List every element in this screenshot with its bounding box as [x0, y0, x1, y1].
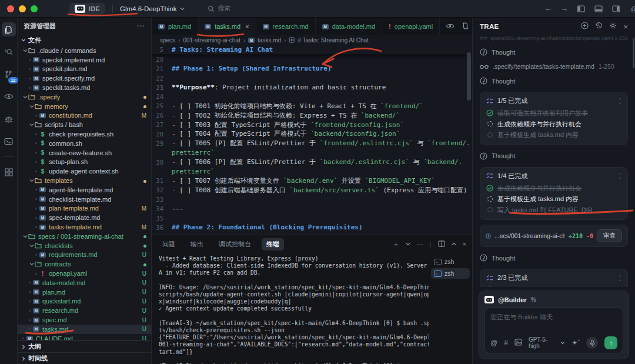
- close-trae-panel-button[interactable]: ×: [623, 22, 628, 31]
- thought-row[interactable]: Thought: [480, 152, 628, 160]
- tree-file-constitution.md[interactable]: Mconstitution.mdM: [18, 111, 151, 121]
- maximize-panel-chevron[interactable]: [452, 241, 456, 248]
- explorer-icon[interactable]: [2, 22, 16, 36]
- collapse-card-icon[interactable]: ⌃⌄: [618, 98, 621, 104]
- editor-scrollbar[interactable]: [467, 52, 471, 101]
- model-selector[interactable]: GPT-5-high: [529, 336, 565, 349]
- tree-file-check-prerequisites.sh[interactable]: $check-prerequisites.sh: [18, 129, 151, 139]
- zoom-window-button[interactable]: [31, 5, 38, 12]
- terminal-session-2[interactable]: >_zsh: [431, 268, 470, 279]
- tree-file-checklist-template.md[interactable]: Mchecklist-template.md: [18, 195, 151, 204]
- trae-scrollbar[interactable]: [633, 38, 634, 68]
- tree-file-common.sh[interactable]: $common.sh: [18, 139, 151, 148]
- tree-file-speckit.specify.md[interactable]: Mspeckit.specify.md: [18, 74, 151, 83]
- explorer-more-actions[interactable]: ···: [137, 22, 145, 29]
- new-terminal-button[interactable]: ＋: [393, 240, 399, 249]
- source-control-icon[interactable]: 12: [2, 67, 16, 81]
- close-window-button[interactable]: [7, 5, 14, 12]
- files-section-header[interactable]: 文件: [18, 34, 151, 46]
- panel-tab-输出[interactable]: 输出: [186, 238, 208, 251]
- panel-tab-调试控制台[interactable]: 调试控制台: [214, 238, 256, 251]
- tree-file-update-agent-context.sh[interactable]: $update-agent-context.sh: [18, 166, 151, 176]
- thought-row[interactable]: Thought: [480, 77, 628, 85]
- tree-folder-.specify[interactable]: .specify: [18, 92, 151, 102]
- review-button[interactable]: 审查: [597, 229, 622, 242]
- tree-file-speckit.tasks.md[interactable]: Mspeckit.tasks.md: [18, 83, 151, 92]
- tree-file-spec.md[interactable]: Mspec.mdU: [18, 315, 151, 325]
- voice-input-icon[interactable]: [586, 337, 598, 349]
- terminal-output[interactable]: Vitest + React Testing Library, Express …: [152, 253, 429, 364]
- breadcrumb-item[interactable]: # Tasks: Streaming AI Chat: [298, 37, 368, 44]
- tree-folder-checklists[interactable]: checklists: [18, 241, 151, 251]
- tree-file-agent-file-template.md[interactable]: Magent-file-template.md: [18, 185, 151, 195]
- close-panel-button[interactable]: ×: [463, 241, 466, 248]
- history-icon[interactable]: [595, 22, 603, 31]
- toggle-bottom-panel-button[interactable]: [594, 4, 603, 14]
- new-chat-icon[interactable]: [581, 22, 589, 31]
- tree-file-setup-plan.sh[interactable]: $setup-plan.sh: [18, 158, 151, 167]
- tree-file-plan-template.md[interactable]: Mplan-template.mdM: [18, 204, 151, 213]
- todo-card-header[interactable]: 1/5 已完成⌃⌄: [486, 96, 621, 105]
- file-change-row[interactable]: ...ecs/001-streaming-ai-chat/tasks.md+21…: [480, 225, 628, 247]
- global-search[interactable]: 搜索: [208, 4, 231, 13]
- thought-row[interactable]: Thought: [480, 254, 628, 262]
- terminal-session-1[interactable]: >_zsh: [431, 256, 470, 267]
- tree-file-CLAUDE.md[interactable]: MCLAUDE.mdU: [18, 334, 151, 340]
- console-panel-icon[interactable]: [2, 134, 16, 148]
- tree-file-plan.md[interactable]: Mplan.mdU: [18, 288, 151, 297]
- tab-plan.md[interactable]: Mplan.md: [152, 18, 198, 35]
- tree-file-speckit.plan.md[interactable]: Mspeckit.plan.md: [18, 65, 151, 74]
- send-message-button[interactable]: ↑: [604, 336, 617, 349]
- tree-file-create-new-feature.sh[interactable]: $create-new-feature.sh: [18, 148, 151, 158]
- code-editor[interactable]: 5# Tasks: Streaming AI Chat 2021## Phase…: [152, 45, 472, 235]
- tree-folder-templates[interactable]: templates: [18, 176, 151, 185]
- toggle-right-panel-button[interactable]: [611, 4, 621, 14]
- close-tab-icon[interactable]: ×: [245, 23, 249, 30]
- tree-file-openapi.yaml[interactable]: !openapi.yamlU: [18, 269, 151, 278]
- context-hash-icon[interactable]: #: [504, 339, 508, 347]
- tree-file-research.md[interactable]: Mresearch.mdU: [18, 306, 151, 315]
- collapse-card-icon[interactable]: ⌃⌄: [618, 173, 621, 179]
- tree-folder-scripts / bash[interactable]: scripts / bash: [18, 120, 151, 129]
- tree-folder-contracts[interactable]: contracts: [18, 259, 151, 269]
- breadcrumb[interactable]: specs›001-streaming-ai-chat›Mtasks.md›# …: [152, 35, 472, 45]
- attach-image-icon[interactable]: [514, 339, 522, 348]
- toggle-left-panel-button[interactable]: [576, 4, 586, 14]
- tree-file-requirements.md[interactable]: Mrequirements.mdU: [18, 251, 151, 260]
- mention-icon[interactable]: @: [490, 339, 497, 347]
- panel-more-actions[interactable]: ···: [417, 241, 423, 248]
- preview-markdown-icon[interactable]: [446, 23, 454, 31]
- debug-bug-icon[interactable]: [2, 112, 16, 126]
- account-icon[interactable]: @: [629, 4, 635, 14]
- navigate-back-button[interactable]: ←: [544, 4, 552, 13]
- tree-file-tasks-template.md[interactable]: Mtasks-template.mdM: [18, 222, 151, 232]
- tree-file-tasks.md[interactable]: Mtasks.mdU: [18, 325, 151, 334]
- open-changes-icon[interactable]: [462, 22, 469, 31]
- breadcrumb-item[interactable]: 001-streaming-ai-chat: [183, 37, 240, 44]
- minimize-window-button[interactable]: [19, 5, 26, 12]
- tree-file-speckit.implement.md[interactable]: Mspeckit.implement.md: [18, 55, 151, 65]
- tree-file-spec-template.md[interactable]: Mspec-template.md: [18, 213, 151, 222]
- preview-eye-icon[interactable]: [2, 89, 16, 103]
- tab-tasks.md[interactable]: Mtasks.md×: [198, 18, 256, 35]
- breadcrumb-item[interactable]: tasks.md: [258, 37, 281, 44]
- outline-section-header[interactable]: 大纲: [18, 340, 151, 352]
- agent-name[interactable]: @Builder: [498, 296, 527, 303]
- chat-input-field[interactable]: 您正在与 Builder 聊天 @ # GPT-5-high ✦+ ↑: [484, 308, 623, 353]
- panel-tab-问题[interactable]: 问题: [158, 238, 180, 251]
- split-terminal-icon[interactable]: [438, 241, 445, 248]
- timeline-section-header[interactable]: 时间线: [18, 352, 151, 364]
- tree-folder-specs / 001-streaming-ai-chat[interactable]: specs / 001-streaming-ai-chat: [18, 232, 151, 241]
- thought-row[interactable]: Thought: [480, 48, 628, 56]
- tree-file-data-model.md[interactable]: Mdata-model.mdU: [18, 278, 151, 288]
- tree-folder-.claude / commands[interactable]: .claude / commands: [18, 46, 151, 55]
- tree-folder-memory[interactable]: memory: [18, 102, 151, 111]
- tree-file-quickstart.md[interactable]: Mquickstart.mdU: [18, 297, 151, 306]
- breadcrumb-item[interactable]: specs: [160, 37, 175, 44]
- terminal-dropdown-chevron[interactable]: [406, 241, 410, 248]
- tab-openapi.yaml[interactable]: !openapi.yaml: [382, 18, 440, 35]
- navigate-forward-button[interactable]: →: [560, 4, 568, 13]
- search-sidebar-icon[interactable]: [2, 45, 16, 59]
- project-switcher[interactable]: Glm4.6-DeepThink: [120, 5, 185, 12]
- panel-tab-终端[interactable]: 终端: [262, 238, 284, 251]
